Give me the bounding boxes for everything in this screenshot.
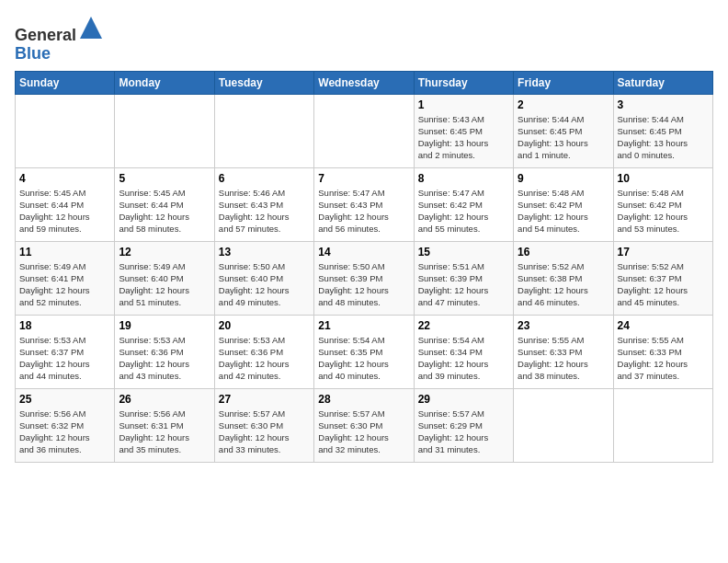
day-info: Sunrise: 5:48 AM Sunset: 6:42 PM Dayligh… bbox=[518, 187, 609, 236]
day-number: 18 bbox=[19, 319, 110, 332]
day-info: Sunrise: 5:50 AM Sunset: 6:40 PM Dayligh… bbox=[219, 260, 310, 309]
day-cell: 6Sunrise: 5:46 AM Sunset: 6:43 PM Daylig… bbox=[214, 167, 313, 241]
day-number: 7 bbox=[318, 172, 409, 185]
day-number: 10 bbox=[618, 172, 709, 185]
day-cell: 22Sunrise: 5:54 AM Sunset: 6:34 PM Dayli… bbox=[414, 315, 513, 388]
day-number: 16 bbox=[518, 246, 609, 259]
day-cell: 24Sunrise: 5:55 AM Sunset: 6:33 PM Dayli… bbox=[613, 315, 712, 388]
calendar-table: SundayMondayTuesdayWednesdayThursdayFrid… bbox=[15, 71, 713, 463]
day-cell: 9Sunrise: 5:48 AM Sunset: 6:42 PM Daylig… bbox=[514, 167, 613, 241]
day-number: 29 bbox=[418, 393, 509, 406]
day-number: 14 bbox=[318, 246, 409, 259]
day-cell: 28Sunrise: 5:57 AM Sunset: 6:30 PM Dayli… bbox=[314, 388, 414, 462]
calendar-header: SundayMondayTuesdayWednesdayThursdayFrid… bbox=[16, 71, 713, 94]
day-cell: 7Sunrise: 5:47 AM Sunset: 6:43 PM Daylig… bbox=[314, 167, 414, 241]
week-row-3: 18Sunrise: 5:53 AM Sunset: 6:37 PM Dayli… bbox=[16, 315, 713, 388]
day-cell: 25Sunrise: 5:56 AM Sunset: 6:32 PM Dayli… bbox=[16, 388, 115, 462]
day-number: 9 bbox=[518, 172, 609, 185]
day-info: Sunrise: 5:52 AM Sunset: 6:38 PM Dayligh… bbox=[518, 260, 609, 309]
day-cell bbox=[115, 94, 214, 167]
header-row: SundayMondayTuesdayWednesdayThursdayFrid… bbox=[16, 71, 713, 94]
day-cell bbox=[214, 94, 313, 167]
day-info: Sunrise: 5:54 AM Sunset: 6:34 PM Dayligh… bbox=[418, 334, 509, 383]
logo-text: General bbox=[15, 15, 104, 45]
day-info: Sunrise: 5:55 AM Sunset: 6:33 PM Dayligh… bbox=[618, 334, 709, 383]
day-number: 20 bbox=[219, 319, 310, 332]
day-info: Sunrise: 5:55 AM Sunset: 6:33 PM Dayligh… bbox=[518, 334, 609, 383]
header-cell-wednesday: Wednesday bbox=[314, 71, 414, 94]
svg-marker-0 bbox=[80, 17, 102, 39]
day-cell: 15Sunrise: 5:51 AM Sunset: 6:39 PM Dayli… bbox=[414, 241, 513, 315]
day-number: 24 bbox=[618, 319, 709, 332]
day-number: 12 bbox=[119, 246, 210, 259]
day-number: 5 bbox=[119, 172, 210, 185]
logo-general: General bbox=[15, 26, 76, 44]
day-number: 2 bbox=[518, 98, 609, 111]
day-cell: 29Sunrise: 5:57 AM Sunset: 6:29 PM Dayli… bbox=[414, 388, 513, 462]
day-info: Sunrise: 5:50 AM Sunset: 6:39 PM Dayligh… bbox=[318, 260, 409, 309]
day-cell: 17Sunrise: 5:52 AM Sunset: 6:37 PM Dayli… bbox=[613, 241, 712, 315]
header-cell-tuesday: Tuesday bbox=[214, 71, 313, 94]
day-info: Sunrise: 5:47 AM Sunset: 6:42 PM Dayligh… bbox=[418, 187, 509, 236]
day-number: 25 bbox=[19, 393, 110, 406]
day-info: Sunrise: 5:56 AM Sunset: 6:32 PM Dayligh… bbox=[19, 408, 110, 456]
day-cell: 23Sunrise: 5:55 AM Sunset: 6:33 PM Dayli… bbox=[514, 315, 613, 388]
day-number: 28 bbox=[318, 393, 409, 406]
header-cell-friday: Friday bbox=[514, 71, 613, 94]
day-cell: 26Sunrise: 5:56 AM Sunset: 6:31 PM Dayli… bbox=[115, 388, 214, 462]
day-number: 21 bbox=[318, 319, 409, 332]
day-cell: 16Sunrise: 5:52 AM Sunset: 6:38 PM Dayli… bbox=[514, 241, 613, 315]
day-number: 17 bbox=[618, 246, 709, 259]
day-number: 11 bbox=[19, 246, 110, 259]
day-cell: 11Sunrise: 5:49 AM Sunset: 6:41 PM Dayli… bbox=[16, 241, 115, 315]
day-info: Sunrise: 5:52 AM Sunset: 6:37 PM Dayligh… bbox=[618, 260, 709, 309]
day-info: Sunrise: 5:57 AM Sunset: 6:29 PM Dayligh… bbox=[418, 408, 509, 456]
header-cell-monday: Monday bbox=[115, 71, 214, 94]
day-cell: 4Sunrise: 5:45 AM Sunset: 6:44 PM Daylig… bbox=[16, 167, 115, 241]
day-info: Sunrise: 5:56 AM Sunset: 6:31 PM Dayligh… bbox=[119, 408, 210, 456]
logo-blue: Blue bbox=[15, 44, 51, 63]
day-number: 23 bbox=[518, 319, 609, 332]
day-cell: 1Sunrise: 5:43 AM Sunset: 6:45 PM Daylig… bbox=[414, 94, 513, 167]
day-cell bbox=[16, 94, 115, 167]
week-row-2: 11Sunrise: 5:49 AM Sunset: 6:41 PM Dayli… bbox=[16, 241, 713, 315]
logo: General Blue bbox=[15, 15, 104, 63]
day-cell: 20Sunrise: 5:53 AM Sunset: 6:36 PM Dayli… bbox=[214, 315, 313, 388]
day-cell: 13Sunrise: 5:50 AM Sunset: 6:40 PM Dayli… bbox=[214, 241, 313, 315]
day-cell bbox=[613, 388, 712, 462]
day-number: 15 bbox=[418, 246, 509, 259]
day-info: Sunrise: 5:51 AM Sunset: 6:39 PM Dayligh… bbox=[418, 260, 509, 309]
day-number: 6 bbox=[219, 172, 310, 185]
day-info: Sunrise: 5:54 AM Sunset: 6:35 PM Dayligh… bbox=[318, 334, 409, 383]
day-number: 22 bbox=[418, 319, 509, 332]
calendar-body: 1Sunrise: 5:43 AM Sunset: 6:45 PM Daylig… bbox=[16, 94, 713, 462]
week-row-4: 25Sunrise: 5:56 AM Sunset: 6:32 PM Dayli… bbox=[16, 388, 713, 462]
day-cell: 12Sunrise: 5:49 AM Sunset: 6:40 PM Dayli… bbox=[115, 241, 214, 315]
day-cell: 18Sunrise: 5:53 AM Sunset: 6:37 PM Dayli… bbox=[16, 315, 115, 388]
day-info: Sunrise: 5:45 AM Sunset: 6:44 PM Dayligh… bbox=[119, 187, 210, 236]
day-number: 26 bbox=[119, 393, 210, 406]
header-cell-sunday: Sunday bbox=[16, 71, 115, 94]
header-cell-thursday: Thursday bbox=[414, 71, 513, 94]
page-header: General Blue bbox=[15, 15, 713, 63]
day-cell: 10Sunrise: 5:48 AM Sunset: 6:42 PM Dayli… bbox=[613, 167, 712, 241]
day-info: Sunrise: 5:47 AM Sunset: 6:43 PM Dayligh… bbox=[318, 187, 409, 236]
day-info: Sunrise: 5:49 AM Sunset: 6:40 PM Dayligh… bbox=[119, 260, 210, 309]
day-cell bbox=[514, 388, 613, 462]
day-cell: 8Sunrise: 5:47 AM Sunset: 6:42 PM Daylig… bbox=[414, 167, 513, 241]
day-number: 19 bbox=[119, 319, 210, 332]
logo-blue-text: Blue bbox=[15, 45, 104, 63]
week-row-1: 4Sunrise: 5:45 AM Sunset: 6:44 PM Daylig… bbox=[16, 167, 713, 241]
day-info: Sunrise: 5:57 AM Sunset: 6:30 PM Dayligh… bbox=[219, 408, 310, 456]
day-number: 3 bbox=[618, 98, 709, 111]
day-number: 8 bbox=[418, 172, 509, 185]
day-info: Sunrise: 5:44 AM Sunset: 6:45 PM Dayligh… bbox=[618, 113, 709, 162]
header-cell-saturday: Saturday bbox=[613, 71, 712, 94]
day-info: Sunrise: 5:48 AM Sunset: 6:42 PM Dayligh… bbox=[618, 187, 709, 236]
day-cell: 2Sunrise: 5:44 AM Sunset: 6:45 PM Daylig… bbox=[514, 94, 613, 167]
day-info: Sunrise: 5:53 AM Sunset: 6:36 PM Dayligh… bbox=[219, 334, 310, 383]
day-info: Sunrise: 5:53 AM Sunset: 6:36 PM Dayligh… bbox=[119, 334, 210, 383]
logo-icon bbox=[78, 15, 104, 40]
day-info: Sunrise: 5:43 AM Sunset: 6:45 PM Dayligh… bbox=[418, 113, 509, 162]
day-info: Sunrise: 5:44 AM Sunset: 6:45 PM Dayligh… bbox=[518, 113, 609, 162]
